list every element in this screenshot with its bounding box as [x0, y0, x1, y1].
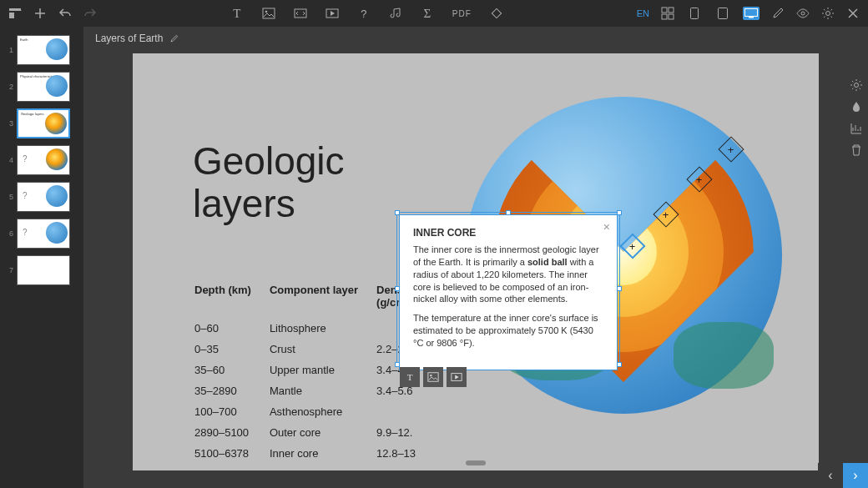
add-icon[interactable] [33, 7, 47, 20]
text-tool-icon[interactable]: T [230, 7, 244, 20]
thumbnail-3[interactable]: Geologic layers [17, 108, 70, 138]
popup-video-button[interactable] [447, 367, 467, 387]
thumb-number: 7 [7, 266, 13, 274]
svg-rect-12 [669, 14, 674, 19]
svg-point-17 [801, 12, 805, 15]
svg-rect-13 [691, 8, 699, 19]
language-button[interactable]: EN [637, 8, 649, 18]
embed-tool-icon[interactable] [294, 7, 307, 20]
thumb-number: 4 [7, 156, 13, 164]
svg-rect-9 [662, 8, 667, 13]
image-tool-icon[interactable] [262, 7, 275, 20]
right-toolbar [850, 78, 863, 157]
svg-rect-1 [9, 13, 14, 18]
chart-icon[interactable] [850, 122, 863, 135]
popup-text-button[interactable]: T [400, 367, 420, 387]
formula-tool-icon[interactable]: Σ [421, 7, 434, 20]
svg-point-4 [265, 11, 268, 13]
settings-icon[interactable] [821, 7, 835, 20]
svg-marker-22 [455, 375, 458, 379]
resize-grip[interactable] [466, 460, 486, 465]
thumb-number: 1 [7, 46, 13, 54]
table-row: 100–700Asthenosphere [194, 402, 432, 421]
layout-menu-icon[interactable] [8, 7, 22, 20]
th-depth: Depth (km) [194, 284, 268, 317]
pencil-icon [169, 34, 179, 43]
thumbnail-6[interactable]: ? [17, 219, 70, 249]
popup-paragraph: The temperature at the inner core's surf… [413, 312, 603, 350]
thumb-number: 2 [7, 83, 13, 91]
popup-paragraph: The inner core is the innermost geologic… [413, 244, 603, 305]
grid-icon[interactable] [661, 7, 674, 20]
popup-toolbar: T [400, 367, 467, 387]
device-phone-icon[interactable] [686, 7, 703, 20]
preview-icon[interactable] [796, 7, 810, 20]
info-popup[interactable]: × INNER CORE The inner core is the inner… [400, 215, 617, 370]
svg-rect-15 [745, 9, 758, 17]
thumb-number: 3 [7, 119, 13, 128]
document-title[interactable]: Layers of Earth [83, 27, 868, 50]
popup-title: INNER CORE [413, 227, 603, 239]
video-tool-icon[interactable] [326, 7, 339, 20]
th-component: Component layer [270, 284, 375, 317]
thumb-number: 5 [7, 193, 13, 201]
device-desktop-icon[interactable] [743, 7, 760, 20]
popup-image-button[interactable] [423, 367, 443, 387]
table-row: 2890–5100Outer core9.9–12. [194, 423, 432, 442]
close-icon[interactable] [846, 7, 860, 20]
thumbnail-2[interactable]: Physical characteristics [17, 72, 70, 102]
slide-settings-icon[interactable] [850, 78, 863, 92]
next-slide-button[interactable]: › [843, 463, 868, 488]
popup-close-icon[interactable]: × [603, 220, 610, 234]
slide-canvas[interactable]: Geologic layers Depth (km) Component lay… [133, 53, 819, 470]
thumbnail-5[interactable]: ? [17, 182, 70, 212]
shape-tool-icon[interactable] [490, 7, 503, 20]
svg-rect-19 [428, 373, 438, 382]
svg-rect-16 [749, 17, 754, 18]
svg-marker-7 [331, 11, 335, 16]
thumbnail-panel: 1Earth 2Physical characteristics 3Geolog… [0, 27, 83, 488]
svg-rect-10 [669, 8, 674, 13]
pdf-button[interactable]: PDF [452, 9, 472, 18]
audio-tool-icon[interactable] [389, 7, 402, 20]
svg-point-18 [826, 12, 830, 16]
table-row: 5100–6378Inner core12.8–13 [194, 444, 432, 463]
help-icon[interactable]: ? [357, 7, 371, 20]
prev-slide-button[interactable]: ‹ [818, 463, 843, 488]
svg-point-20 [430, 375, 431, 376]
redo-icon[interactable] [83, 7, 97, 20]
top-toolbar: T ? Σ PDF EN [0, 0, 868, 27]
thumbnail-1[interactable]: Earth [17, 35, 70, 65]
thumbnail-7[interactable] [17, 255, 70, 285]
undo-icon[interactable] [58, 7, 72, 20]
svg-point-23 [855, 83, 859, 88]
table-row: 35–2890Mantle3.4–5.6 [194, 381, 432, 400]
document-title-text: Layers of Earth [95, 33, 163, 44]
svg-rect-3 [263, 8, 275, 18]
svg-rect-11 [662, 14, 667, 19]
slide-title: Geologic layers [193, 140, 345, 224]
theme-icon[interactable] [850, 100, 863, 113]
edit-mode-icon[interactable] [771, 7, 785, 20]
thumbnail-4[interactable]: ? [17, 145, 70, 175]
thumb-number: 6 [7, 229, 13, 238]
delete-icon[interactable] [850, 143, 863, 157]
svg-rect-14 [719, 8, 728, 19]
svg-rect-8 [492, 8, 501, 18]
device-tablet-icon[interactable] [714, 7, 731, 20]
